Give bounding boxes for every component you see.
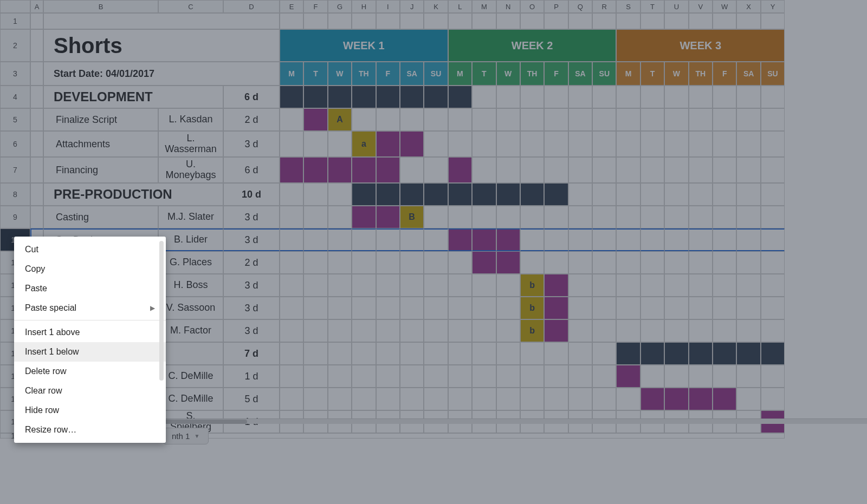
cell[interactable] xyxy=(544,365,568,388)
cell[interactable] xyxy=(328,13,352,29)
cell[interactable] xyxy=(496,365,520,388)
cell[interactable] xyxy=(448,108,472,131)
cell[interactable] xyxy=(472,274,496,297)
cell[interactable] xyxy=(713,274,736,297)
cell[interactable] xyxy=(592,342,616,365)
cell[interactable] xyxy=(424,319,448,342)
cell[interactable] xyxy=(472,157,496,183)
cell[interactable] xyxy=(640,108,664,131)
cell[interactable] xyxy=(544,108,568,131)
cell[interactable] xyxy=(352,342,376,365)
cell[interactable] xyxy=(303,365,327,388)
row-header[interactable]: 5 xyxy=(0,108,30,131)
cell[interactable] xyxy=(544,342,568,365)
cell[interactable] xyxy=(640,365,664,388)
cell[interactable] xyxy=(761,228,785,251)
col-header[interactable]: P xyxy=(544,0,568,13)
cell[interactable] xyxy=(640,251,664,274)
cell[interactable] xyxy=(472,206,496,228)
cell[interactable] xyxy=(568,183,592,206)
cell[interactable] xyxy=(689,228,713,251)
cell[interactable] xyxy=(472,342,496,365)
cell[interactable] xyxy=(376,108,400,131)
cell[interactable] xyxy=(520,108,544,131)
cell[interactable] xyxy=(640,157,664,183)
cell[interactable] xyxy=(568,319,592,342)
cell[interactable] xyxy=(496,274,520,297)
cell[interactable] xyxy=(328,297,352,319)
cell[interactable] xyxy=(761,251,785,274)
cell[interactable] xyxy=(761,13,785,29)
cell[interactable] xyxy=(616,388,640,410)
cell[interactable] xyxy=(424,297,448,319)
col-header[interactable]: M xyxy=(472,0,496,13)
col-header[interactable]: E xyxy=(280,0,303,13)
cell[interactable] xyxy=(43,13,280,29)
cell[interactable] xyxy=(689,157,713,183)
cell[interactable] xyxy=(328,206,352,228)
cell[interactable] xyxy=(496,388,520,410)
col-header[interactable]: C xyxy=(158,0,223,13)
cell[interactable] xyxy=(448,388,472,410)
cell[interactable] xyxy=(689,108,713,131)
cell[interactable] xyxy=(303,206,327,228)
cell[interactable] xyxy=(280,297,303,319)
cell[interactable] xyxy=(472,86,496,108)
row-header[interactable]: 6 xyxy=(0,131,30,157)
cell[interactable] xyxy=(568,108,592,131)
cell[interactable] xyxy=(713,228,736,251)
cell[interactable] xyxy=(400,157,424,183)
cell[interactable] xyxy=(689,319,713,342)
col-header[interactable]: G xyxy=(328,0,352,13)
cell[interactable] xyxy=(400,319,424,342)
cell[interactable] xyxy=(424,365,448,388)
cell[interactable] xyxy=(761,365,785,388)
context-menu-insert-below[interactable]: Insert 1 below xyxy=(14,342,166,362)
cell[interactable] xyxy=(303,183,327,206)
col-header[interactable]: X xyxy=(736,0,760,13)
cell[interactable] xyxy=(328,319,352,342)
cell[interactable] xyxy=(424,274,448,297)
cell[interactable] xyxy=(592,157,616,183)
cell[interactable] xyxy=(592,131,616,157)
sheet-tab[interactable]: nth 1▼ xyxy=(163,428,209,444)
context-menu-paste-special[interactable]: Paste special▶ xyxy=(14,298,166,318)
col-header[interactable]: I xyxy=(376,0,400,13)
cell[interactable] xyxy=(544,206,568,228)
row-header[interactable]: 4 xyxy=(0,86,30,108)
cell[interactable] xyxy=(520,131,544,157)
cell[interactable] xyxy=(592,365,616,388)
cell[interactable] xyxy=(400,388,424,410)
cell[interactable] xyxy=(736,157,760,183)
cell[interactable] xyxy=(352,228,376,251)
row-header[interactable]: 1 xyxy=(0,13,30,29)
cell[interactable] xyxy=(689,86,713,108)
cell[interactable] xyxy=(761,206,785,228)
cell[interactable] xyxy=(544,157,568,183)
cell[interactable] xyxy=(280,131,303,157)
cell[interactable] xyxy=(376,319,400,342)
cell[interactable] xyxy=(736,319,760,342)
cell[interactable] xyxy=(448,13,472,29)
cell[interactable] xyxy=(761,297,785,319)
cell[interactable] xyxy=(568,157,592,183)
cell[interactable] xyxy=(30,157,43,183)
cell[interactable] xyxy=(736,251,760,274)
cell[interactable] xyxy=(30,183,43,206)
context-menu-clear-row[interactable]: Clear row xyxy=(14,381,166,401)
cell[interactable] xyxy=(689,13,713,29)
col-header[interactable]: O xyxy=(520,0,544,13)
cell[interactable] xyxy=(664,365,688,388)
cell[interactable] xyxy=(616,228,640,251)
cell[interactable] xyxy=(30,13,43,29)
cell[interactable] xyxy=(328,388,352,410)
cell[interactable] xyxy=(640,319,664,342)
cell[interactable] xyxy=(592,13,616,29)
select-all-corner[interactable] xyxy=(0,0,30,13)
cell[interactable] xyxy=(544,131,568,157)
row-header[interactable]: 9 xyxy=(0,206,30,228)
row-header[interactable]: 8 xyxy=(0,183,30,206)
cell[interactable] xyxy=(616,86,640,108)
cell[interactable] xyxy=(616,131,640,157)
cell[interactable] xyxy=(736,297,760,319)
